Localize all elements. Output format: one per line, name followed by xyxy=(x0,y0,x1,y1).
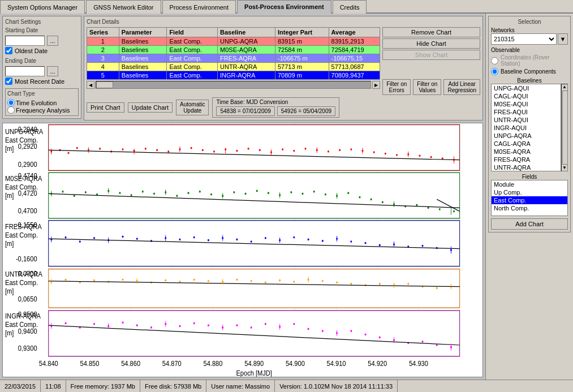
hide-chart-button[interactable]: Hide Chart xyxy=(382,38,480,49)
fields-listbox[interactable]: Module Up Comp. East Comp. North Comp. xyxy=(491,180,568,216)
scroll-track[interactable] xyxy=(96,81,371,89)
ending-date-picker[interactable]: ... xyxy=(47,66,58,76)
starting-date-input[interactable] xyxy=(5,36,45,46)
baselines-scrollbar[interactable]: ▲ ▼ xyxy=(561,84,568,171)
field-5: East Comp. xyxy=(167,71,218,80)
scroll-thumb[interactable] xyxy=(96,81,113,88)
table-row[interactable]: 4 Baselines East Comp. UNTR-AQRA 57713 m… xyxy=(87,63,380,71)
ending-date-input[interactable] xyxy=(5,66,45,76)
baseline-3: FRES-AQRA xyxy=(218,54,275,63)
scroll-left[interactable]: ◀ xyxy=(87,81,94,89)
x-label-3: 54.860 xyxy=(121,359,140,368)
networks-select[interactable]: 210315 xyxy=(491,33,557,45)
avg-5: 70809,9437 xyxy=(329,71,380,80)
most-recent-row: Most Recent Date xyxy=(5,77,79,85)
add-linear-regression-button[interactable]: Add LinearRegression xyxy=(443,79,480,95)
tab-post-process-env[interactable]: Post-Process Environment xyxy=(237,0,331,14)
show-chart-button[interactable]: Show Chart xyxy=(382,50,480,60)
table-row[interactable]: 5 Baselines East Comp. INGR-AQRA 70809 m… xyxy=(87,71,380,80)
selection-title: Selection xyxy=(491,19,568,25)
list-item[interactable]: FRES-AQUI xyxy=(492,108,561,116)
svg-point-95 xyxy=(439,208,441,210)
baseline-radio[interactable] xyxy=(491,68,498,75)
list-item[interactable]: UNPG-AQRA xyxy=(492,132,561,140)
baselines-listbox[interactable]: UNPG-AQUI CAGL-AQUI M0SE-AQUI FRES-AQUI … xyxy=(491,84,561,171)
tab-process-env[interactable]: Process Environment xyxy=(162,0,236,14)
svg-point-185 xyxy=(122,321,123,324)
series3-y-top: -0,1550 xyxy=(16,221,37,229)
automatic-update-button[interactable]: AutomaticUpdate xyxy=(176,100,209,115)
field-up-comp[interactable]: Up Comp. xyxy=(492,188,567,196)
list-item[interactable]: UNTR-AQUI xyxy=(492,116,561,124)
scroll-right[interactable]: ▶ xyxy=(372,81,380,89)
baselines-list-row: UNPG-AQUI CAGL-AQUI M0SE-AQUI FRES-AQUI … xyxy=(491,84,568,171)
svg-point-203 xyxy=(379,336,381,338)
oldest-date-checkbox[interactable] xyxy=(5,47,12,54)
starting-date-picker[interactable]: ... xyxy=(47,36,58,46)
series4-y-top: 0,0700 xyxy=(18,269,37,278)
svg-point-40 xyxy=(350,148,352,150)
freq-analysis-radio[interactable] xyxy=(7,106,15,114)
list-item[interactable]: INGR-AQUI xyxy=(492,124,561,132)
freq-analysis-label-wrap[interactable]: Frequency Analysis xyxy=(7,106,70,114)
field-east-comp[interactable]: East Comp. xyxy=(492,196,567,204)
list-item[interactable]: M0SE-AQUI xyxy=(492,100,561,108)
table-row[interactable]: 3 Baselines East Comp. FRES-AQRA -106675… xyxy=(87,54,380,63)
svg-point-206 xyxy=(421,341,423,343)
svg-point-38 xyxy=(328,150,329,153)
table-row[interactable]: 1 Baselines East Comp. UNPG-AQRA 83915 m… xyxy=(87,37,380,46)
col-integer-part: Integer Part xyxy=(275,28,329,37)
svg-point-117 xyxy=(208,239,209,242)
table-row[interactable]: 2 Baselines East Comp. M0SE-AQRA 72584 m… xyxy=(87,46,380,54)
networks-dropdown-btn[interactable]: ▼ xyxy=(558,33,568,45)
filter-errors-button[interactable]: Filter onErrors xyxy=(382,79,411,95)
print-chart-button[interactable]: Print Chart xyxy=(87,102,124,113)
update-chart-button[interactable]: Update Chart xyxy=(128,102,173,113)
svg-point-147 xyxy=(93,279,95,282)
date2-button[interactable]: 54926 = 05/04/2009 xyxy=(277,106,335,116)
series4-label-unit: [m] xyxy=(5,287,14,295)
time-evolution-radio[interactable] xyxy=(7,99,15,106)
series2-y-bot: 0,4700 xyxy=(18,206,37,215)
oldest-date-row: Oldest Date xyxy=(5,47,79,54)
svg-point-169 xyxy=(407,283,409,285)
series1-y-mid: 0,2920 xyxy=(18,142,37,150)
add-chart-button[interactable]: Add Chart xyxy=(491,218,568,230)
table-scrollbar[interactable]: ◀ ▶ xyxy=(87,81,380,89)
svg-point-125 xyxy=(322,240,324,242)
avg-2: 72584,4719 xyxy=(329,46,380,54)
field-2: East Comp. xyxy=(167,46,218,54)
field-north-comp[interactable]: North Comp. xyxy=(492,204,567,212)
time-evolution-option[interactable]: Time Evolution xyxy=(7,99,57,106)
remove-chart-button[interactable]: Remove Chart xyxy=(382,27,480,37)
integer-3: -106675 m xyxy=(275,54,329,63)
tab-system-options[interactable]: System Options Manager xyxy=(0,0,85,14)
coordinates-radio[interactable] xyxy=(491,57,498,64)
svg-point-75 xyxy=(210,193,212,196)
series5-label-unit: [m] xyxy=(5,328,14,337)
list-item[interactable]: UNTR-AQRA xyxy=(492,163,561,171)
chart-detail-buttons: Remove Chart Hide Chart Show Chart Filte… xyxy=(382,27,480,95)
list-item[interactable]: M0SE-AQRA xyxy=(492,148,561,156)
chart-settings-title: Chart Settings xyxy=(5,19,79,25)
scroll-down[interactable]: ▼ xyxy=(562,165,567,171)
list-item[interactable]: CAGL-AQRA xyxy=(492,140,561,148)
series3-label-mid: East Comp. xyxy=(5,231,38,239)
svg-point-30 xyxy=(236,150,238,152)
list-item[interactable]: CAGL-AQUI xyxy=(492,92,561,100)
integer-4: 57713 m xyxy=(275,63,329,71)
tab-credits[interactable]: Credits xyxy=(333,0,367,14)
field-module[interactable]: Module xyxy=(492,180,567,188)
list-item[interactable]: FRES-AQRA xyxy=(492,156,561,163)
tab-gnss-network[interactable]: GNSS Network Editor xyxy=(86,0,161,14)
most-recent-checkbox[interactable] xyxy=(5,77,12,85)
series5-y-top: 0,9500 xyxy=(18,310,37,318)
starting-date-label: Starting Date xyxy=(5,27,79,33)
list-item[interactable]: UNPG-AQUI xyxy=(492,84,561,92)
scroll-thumb-v[interactable] xyxy=(562,91,568,165)
filter-values-button[interactable]: Filter onValues xyxy=(413,79,441,95)
svg-point-120 xyxy=(251,240,252,243)
scroll-up[interactable]: ▲ xyxy=(562,84,567,90)
date1-button[interactable]: 54838 = 07/01/2009 xyxy=(216,106,274,116)
svg-point-132 xyxy=(421,245,423,247)
